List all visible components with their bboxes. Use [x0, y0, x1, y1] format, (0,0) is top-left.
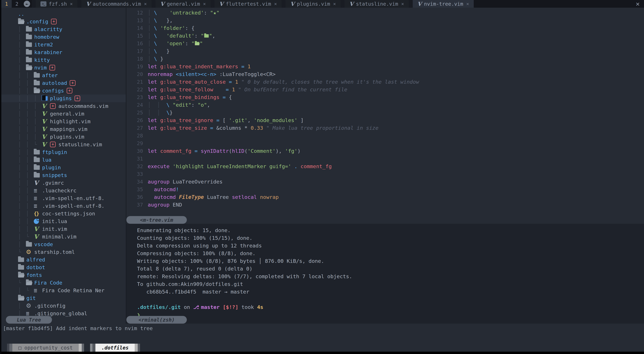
terminal-pane[interactable]: Enumerating objects: 15, done.Counting o…	[126, 224, 644, 324]
code-line-17[interactable]: 17│ \ }	[126, 47, 644, 55]
tree-item-git[interactable]: git	[1, 294, 126, 302]
code-line-22[interactable]: 22let g:lua_tree_follow = 1 " On bufEnte…	[126, 86, 644, 93]
tree-item-.luacheckrc[interactable]: ││≡.luacheckrc	[1, 187, 126, 194]
tree-item-highlight.vim[interactable]: │││Vhighlight.vim	[1, 118, 126, 125]
code-line-12[interactable]: 12│ \ 'untracked': "★"	[126, 9, 644, 16]
tree-item-init.lua[interactable]: ││init.lua	[1, 217, 126, 225]
code-editor[interactable]: 12│ \ 'untracked': "★"13│ \ },14│ \ 'fol…	[126, 8, 644, 224]
tree-item-after[interactable]: ││after	[1, 71, 126, 79]
code-line-34[interactable]: 34augroup LuaTreeOverrides	[126, 178, 644, 186]
code-line-13[interactable]: 13│ \ },	[126, 16, 644, 24]
tree-item-dotbot[interactable]: dotbot	[1, 264, 126, 271]
code-line-21[interactable]: 21let g:lua_tree_auto_close = 1 " 0 by d…	[126, 78, 644, 86]
shell-prompt-line[interactable]: .dotfiles/.git on ⎇ master [$!?] took 4s	[137, 303, 644, 311]
code-line-15[interactable]: 15│ \ 'default': "",	[126, 32, 644, 39]
tree-guide: │	[18, 241, 26, 247]
terminal-output-line	[137, 296, 644, 303]
tree-item-nvim[interactable]: │nvim+	[1, 64, 126, 71]
code-line-35[interactable]: 35 autocmd!	[126, 186, 644, 193]
tab-close-icon[interactable]: ×	[70, 1, 73, 7]
tab-close-icon[interactable]: ×	[466, 1, 469, 7]
tmux-pane-index-2[interactable]: 2	[12, 0, 22, 8]
tree-item-kitty[interactable]: │kitty	[1, 56, 126, 64]
tree-item-.vim-spell-en.utf-8.[interactable]: ││≡.vim-spell-en.utf-8.	[1, 202, 126, 210]
tab-fluttertest.vim[interactable]: Vfluttertest.vim×	[214, 0, 282, 8]
tree-item-snippets[interactable]: ││snippets	[1, 171, 126, 179]
tab-statusline.vim[interactable]: Vstatusline.vim×	[344, 0, 408, 8]
tab-close-icon[interactable]: ×	[144, 1, 147, 7]
tree-item-.gitconfig[interactable]: │⚙.gitconfig	[1, 302, 126, 310]
tab-label: autocommands.vim	[93, 1, 141, 7]
tree-guide: │	[18, 111, 26, 117]
tree-item-label: statusline.vim	[58, 141, 102, 147]
tree-item-plugin[interactable]: ││plugin	[1, 164, 126, 171]
tree-item-autoload[interactable]: ││autoload+	[1, 79, 126, 87]
tree-item-..[interactable]: ..	[1, 10, 126, 18]
tree-item-alacritty[interactable]: │alacritty	[1, 25, 126, 33]
code-line-16[interactable]: 16│ \ 'open': ""	[126, 39, 644, 47]
tree-item-mappings.vim[interactable]: │││Vmappings.vim	[1, 125, 126, 133]
tree-item-coc-settings.json[interactable]: ││{}coc-settings.json	[1, 210, 126, 217]
tmux-window--opportunity-cost[interactable]: □ opportunity_cost	[7, 344, 84, 352]
code-line-36[interactable]: 36 autocmd FileType LuaTree setlocal now…	[126, 193, 644, 201]
tab-nvim-tree.vim[interactable]: Vnvim-tree.vim×	[413, 0, 474, 8]
tree-item-statusline.vim[interactable]: ││└V+statusline.vim	[1, 141, 126, 148]
code-line-33[interactable]: 33	[126, 170, 644, 178]
tree-item-autocommands.vim[interactable]: │││V+autocommands.vim	[1, 102, 126, 110]
code-line-18[interactable]: 18│ \ }	[126, 55, 644, 63]
tree-item-fonts[interactable]: fonts	[1, 271, 126, 279]
tree-item-.gvimrc[interactable]: ││V.gvimrc	[1, 179, 126, 187]
tree-guide: │	[26, 157, 34, 163]
close-window-icon[interactable]: ✕	[636, 0, 640, 7]
tab-close-icon[interactable]: ×	[333, 1, 336, 7]
tab-fzf.sh[interactable]: >_fzf.sh×	[36, 0, 77, 8]
tree-item-alfred[interactable]: alfred	[1, 256, 126, 264]
tree-item-minimal.vim[interactable]: │└Vminimal.vim	[1, 233, 126, 240]
tree-item-Fira-Code[interactable]: └Fira Code	[1, 279, 126, 287]
code-line-31[interactable]: 31	[126, 155, 644, 162]
tree-item-general.vim[interactable]: │││Vgeneral.vim	[1, 110, 126, 118]
file-tree-sidebar[interactable]: ...config+│alacritty│homebrew│iterm2│kar…	[1, 8, 126, 324]
code-line-27[interactable]: 27let g:lua_tree_size = &columns * 0.33 …	[126, 124, 644, 132]
code-line-32[interactable]: 32execute 'highlight LuaTreeIndentMarker…	[126, 162, 644, 170]
tab-close-icon[interactable]: ×	[401, 1, 404, 7]
tree-item-karabiner[interactable]: │karabiner	[1, 48, 126, 56]
code-line-28[interactable]: 28	[126, 132, 644, 139]
tree-item-starship.toml[interactable]: └⚙starship.toml	[1, 248, 126, 256]
tree-item-plugins[interactable]: │││plugins+	[1, 94, 126, 102]
vim-file-icon: V	[42, 142, 46, 147]
tree-item-configs[interactable]: ││configs+	[1, 87, 126, 94]
tab-close-icon[interactable]: ×	[274, 1, 277, 7]
tab-autocommands.vim[interactable]: Vautocommands.vim×	[82, 0, 152, 8]
tree-item-.vim-spell-en.utf-8.[interactable]: ││≡.vim-spell-en.utf-8.	[1, 194, 126, 202]
tree-item-.config[interactable]: .config+	[1, 18, 126, 25]
code-line-37[interactable]: 37augroup END	[126, 201, 644, 209]
code-line-30[interactable]: 30let comment_fg = synIDattr(hlID('Comme…	[126, 147, 644, 155]
code-line-29[interactable]: 29	[126, 139, 644, 147]
code-segment: \	[154, 17, 166, 23]
code-line-23[interactable]: 23let g:lua_tree_bindings = {	[126, 93, 644, 101]
code-line-20[interactable]: 20nnoremap <silent><c-n> :LuaTreeToggle<…	[126, 70, 644, 78]
tree-item-plugins.vim[interactable]: │││Vplugins.vim	[1, 133, 126, 141]
tab-general.vim[interactable]: Vgeneral.vim×	[156, 0, 210, 8]
tree-item-vscode[interactable]: │vscode	[1, 240, 126, 248]
code-line-25[interactable]: 25│ │ \}	[126, 109, 644, 116]
code-line-14[interactable]: 14│ \ 'folder': {	[126, 24, 644, 32]
tree-item-homebrew[interactable]: │homebrew	[1, 33, 126, 41]
terminal-output-line: Writing objects: 100% (8/8), 876 bytes │…	[137, 257, 644, 265]
tree-item-iterm2[interactable]: │iterm2	[1, 41, 126, 48]
code-segment: [$!?]	[223, 304, 238, 310]
shell-cursor-line[interactable]: ❯	[137, 311, 644, 319]
tmux-pane-index-1[interactable]: 1	[1, 0, 12, 8]
tmux-window-.dotfiles[interactable]: .dotfiles	[90, 344, 140, 352]
tree-item-ftplugin[interactable]: ││ftplugin	[1, 148, 126, 156]
tree-item-init.vim[interactable]: ││Vinit.vim	[1, 225, 126, 233]
tab-close-icon[interactable]: ×	[203, 1, 206, 7]
code-line-19[interactable]: 19let g:lua_tree_indent_markers = 1	[126, 63, 644, 70]
code-line-26[interactable]: 26let g:lua_tree_ignore = [ '.git', 'nod…	[126, 116, 644, 124]
back-arrow-icon[interactable]: ←	[24, 1, 30, 7]
tab-plugins.vim[interactable]: Vplugins.vim×	[286, 0, 340, 8]
tree-item-lua[interactable]: ││lua	[1, 156, 126, 164]
tree-item-Fira-Code-Retina-Ner[interactable]: │└≡Fira Code Retina Ner	[1, 287, 126, 294]
code-line-24[interactable]: 24│ │ \ "edit": "o",	[126, 101, 644, 109]
